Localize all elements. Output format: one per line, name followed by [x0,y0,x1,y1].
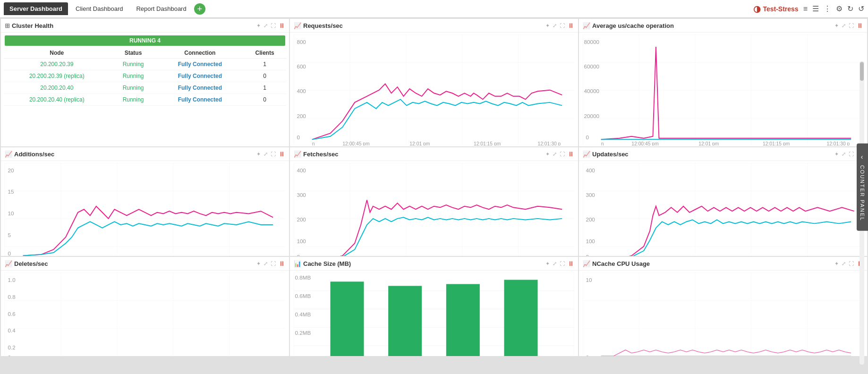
expand-icon[interactable]: ⤢ [842,151,846,157]
add-dashboard-button[interactable]: + [194,3,205,15]
svg-text:0: 0 [297,254,300,256]
connection-cell: Fully Connected [156,94,243,106]
fullscreen-icon[interactable]: ⛶ [560,151,565,157]
fetches-controls: ✦ ⤢ ⛶ ⏸ [545,150,574,158]
svg-text:100: 100 [586,238,595,244]
refresh-icon[interactable]: ↻ [847,4,853,13]
svg-text:0.4: 0.4 [8,327,16,333]
expand-icon[interactable]: ⤢ [264,151,268,157]
cluster-health-panel: ⊞ Cluster Health ✦ ⤢ ⛶ ⏸ RUNNING 4 Node … [1,19,289,146]
svg-text:0.2MB: 0.2MB [295,330,311,336]
bar-chart-icon: 📊 [294,260,301,267]
pause-button[interactable]: ⏸ [279,150,285,158]
requests-title: 📈 Requests/sec [294,22,343,29]
svg-text:0.6MB: 0.6MB [295,293,311,299]
svg-rect-81 [504,280,538,356]
menu-triple-lines-icon[interactable]: ⋮ [824,4,831,13]
pause-button[interactable]: ⏸ [568,22,574,29]
ncache-cpu-chart-area: 10 0 n 12:00:45 pm 12:01 pm 12:01:15 pm … [583,272,863,356]
svg-text:10: 10 [8,210,14,216]
expand-icon[interactable]: ⤢ [264,23,268,29]
settings-small-icon[interactable]: ✦ [545,23,550,29]
fullscreen-icon[interactable]: ⛶ [560,261,565,266]
expand-icon[interactable]: ⤢ [553,261,557,267]
ncache-cpu-header: 📈 NCache CPU Usage ✦ ⤢ ⛶ ⏸ [579,257,867,271]
additions-svg: 20 15 10 5 0 n 12:00:45 pm 12:01 pm 12:0… [5,163,285,256]
cache-size-chart-area: 0.8MB 0.6MB 0.4MB 0.2MB 0MB Size [294,272,574,356]
deletes-panel: 📈 Deletes/sec ✦ ⤢ ⛶ ⏸ 1.0 0.8 0.6 0.4 0.… [1,257,289,356]
expand-icon[interactable]: ⤢ [842,261,846,267]
additions-panel: 📈 Additions/sec ✦ ⤢ ⛶ ⏸ 20 15 10 5 0 [1,147,289,256]
connection-cell: Fully Connected [156,70,243,82]
menu-lines-icon[interactable]: ≡ [803,5,808,13]
fullscreen-icon[interactable]: ⛶ [271,23,276,28]
cluster-health-header: ⊞ Cluster Health ✦ ⤢ ⛶ ⏸ [1,19,289,33]
cluster-table: Node Status Connection Clients 20.200.20… [4,48,286,106]
expand-icon[interactable]: ⤢ [842,23,846,29]
svg-rect-55 [5,272,285,356]
counter-panel-tab[interactable]: ‹ COUNTER PANEL [857,144,868,231]
fullscreen-icon[interactable]: ⛶ [849,23,854,28]
settings-small-icon[interactable]: ✦ [256,261,261,267]
fullscreen-icon[interactable]: ⛶ [271,151,276,157]
settings-small-icon[interactable]: ✦ [834,23,839,29]
tab-client-dashboard[interactable]: Client Dashboard [70,2,128,15]
connection-cell: Fully Connected [156,82,243,94]
expand-icon[interactable]: ⤢ [553,23,557,29]
settings-icon[interactable]: ⚙ [836,4,842,13]
svg-text:300: 300 [297,192,306,198]
menu-double-lines-icon[interactable]: ☰ [812,4,819,13]
svg-text:100: 100 [297,238,306,244]
settings-small-icon[interactable]: ✦ [256,151,261,157]
settings-small-icon[interactable]: ✦ [834,151,839,157]
svg-text:800: 800 [297,39,306,45]
svg-text:n: n [312,141,315,145]
expand-icon[interactable]: ⤢ [553,151,557,157]
cluster-health-body: RUNNING 4 Node Status Connection Clients… [1,33,289,146]
svg-text:0: 0 [8,250,11,256]
tab-server-dashboard[interactable]: Server Dashboard [4,2,68,15]
fetches-panel: 📈 Fetches/sec ✦ ⤢ ⛶ ⏸ 400 300 200 100 0 [290,147,578,256]
ncache-cpu-chart: 10 0 n 12:00:45 pm 12:01 pm 12:01:15 pm … [579,271,867,356]
brand-name: Test-Stress [763,5,798,13]
settings-small-icon[interactable]: ✦ [834,261,839,267]
avg-cache-header: 📈 Average us/cache operation ✦ ⤢ ⛶ ⏸ [579,19,867,33]
status-cell: Running [110,94,157,106]
pause-button[interactable]: ⏸ [279,260,285,267]
fullscreen-icon[interactable]: ⛶ [271,261,276,266]
fetches-chart: 400 300 200 100 0 n 12:00:45 pm 12:01 pm… [290,161,578,256]
svg-rect-0 [294,34,574,145]
pause-button[interactable]: ⏸ [279,22,285,29]
pause-button[interactable]: ⏸ [857,22,863,29]
svg-text:0.2: 0.2 [8,344,15,350]
pause-button[interactable]: ⏸ [568,150,574,158]
settings-small-icon[interactable]: ✦ [256,23,261,29]
reload-icon[interactable]: ↺ [858,4,864,13]
settings-small-icon[interactable]: ✦ [545,151,550,157]
svg-rect-11 [583,34,863,145]
fullscreen-icon[interactable]: ⛶ [560,23,565,28]
expand-icon[interactable]: ⤢ [264,261,268,267]
tab-report-dashboard[interactable]: Report Dashboard [130,2,192,15]
node-cell: 20.200.20.39 (replica) [4,70,110,82]
nav-right: ◑ Test-Stress ≡ ☰ ⋮ ⚙ ↻ ↺ [753,4,864,14]
svg-text:0.8: 0.8 [8,294,15,300]
svg-text:0: 0 [586,134,589,140]
svg-text:400: 400 [586,167,595,173]
cluster-health-controls: ✦ ⤢ ⛶ ⏸ [256,22,285,29]
pause-button[interactable]: ⏸ [568,260,574,267]
node-cell: 20.200.20.40 [4,82,110,94]
cluster-running-badge: RUNNING 4 [5,35,285,46]
deletes-controls: ✦ ⤢ ⛶ ⏸ [256,260,285,267]
connection-cell: Fully Connected [156,59,243,70]
fetches-chart-area: 400 300 200 100 0 n 12:00:45 pm 12:01 pm… [294,163,574,256]
fullscreen-icon[interactable]: ⛶ [849,151,854,157]
node-cell: 20.200.20.40 (replica) [4,94,110,106]
chart-icon7: 📈 [583,260,590,267]
status-cell: Running [110,70,157,82]
deletes-chart-area: 1.0 0.8 0.6 0.4 0.2 0 n 12:00:45 pm 12:0… [5,272,285,356]
brand-icon: ◑ [753,4,761,14]
dashboard-grid: ⊞ Cluster Health ✦ ⤢ ⛶ ⏸ RUNNING 4 Node … [0,18,868,374]
settings-small-icon[interactable]: ✦ [545,261,550,267]
fullscreen-icon[interactable]: ⛶ [849,261,854,266]
